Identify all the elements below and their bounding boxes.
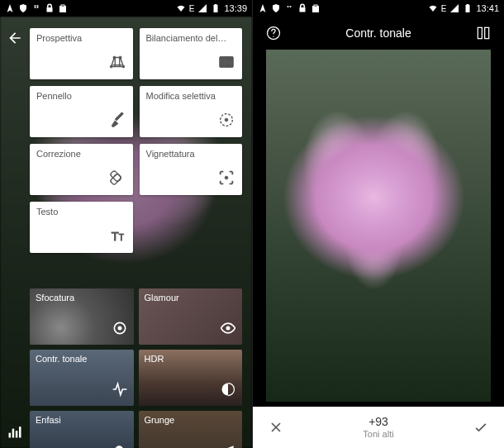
svg-point-0	[110, 65, 112, 68]
signal-icon	[197, 3, 207, 13]
clock: 13:39	[224, 3, 247, 13]
battery-icon	[211, 3, 221, 13]
help-button[interactable]	[261, 25, 286, 41]
perspective-icon	[108, 53, 126, 74]
clipboard-icon	[58, 3, 68, 13]
svg-text:T: T	[111, 230, 118, 243]
eye-icon	[220, 320, 236, 340]
filter-glamour[interactable]: Glamour	[139, 288, 243, 345]
network-type: E	[441, 4, 447, 13]
svg-point-12	[119, 179, 120, 180]
filter-sfocatura[interactable]: Sfocatura	[30, 288, 134, 345]
shield-icon	[18, 3, 28, 13]
svg-text:T: T	[118, 233, 123, 242]
healing-icon	[108, 169, 126, 190]
status-bar: E 13:39	[0, 0, 252, 17]
tool-label: Testo	[36, 207, 126, 217]
tool-correzione[interactable]: Correzione	[30, 144, 133, 195]
editor-header: Contr. tonale	[253, 17, 504, 50]
histogram-button[interactable]	[7, 423, 23, 443]
tool-label: Pennello	[36, 91, 126, 101]
editor-title: Contr. tonale	[286, 26, 471, 40]
shield-icon	[271, 3, 281, 13]
lock-icon	[297, 3, 307, 13]
svg-rect-24	[478, 27, 482, 38]
hdr-icon	[220, 381, 236, 401]
tool-label: Correzione	[36, 149, 126, 159]
parameter-display[interactable]: +93 Toni alti	[289, 415, 468, 440]
location-icon	[258, 3, 268, 13]
tool-pennello[interactable]: Pennello	[30, 86, 133, 137]
svg-point-2	[112, 56, 115, 59]
svg-point-18	[226, 326, 231, 331]
filter-label: Glamour	[145, 293, 179, 303]
wifi-icon	[176, 3, 186, 13]
text-icon: TT	[108, 226, 126, 248]
filter-enfasi[interactable]: Enfasi	[30, 411, 134, 448]
screen-editor: E 13:41 Contr. tonale +93 Toni alti	[252, 0, 504, 448]
svg-point-13	[225, 176, 228, 179]
brush-icon	[108, 111, 126, 132]
clock: 13:41	[476, 3, 499, 13]
wifi-icon	[428, 3, 438, 13]
cancel-button[interactable]	[263, 419, 289, 436]
photo-content	[266, 50, 491, 402]
clipboard-icon	[311, 3, 321, 13]
filter-label: Enfasi	[36, 415, 61, 425]
tool-label: Bilanciamento del…	[146, 33, 236, 43]
tool-prospettiva[interactable]: Prospettiva	[30, 28, 133, 79]
cloud-icon	[112, 442, 128, 448]
network-type: E	[189, 4, 195, 13]
dropbox-icon	[284, 3, 294, 13]
pulse-icon	[112, 381, 128, 401]
selective-icon	[217, 111, 235, 132]
tool-bilanciamento[interactable]: Bilanciamento del… WB	[140, 28, 243, 79]
lock-icon	[45, 3, 55, 13]
status-bar: E 13:41	[253, 0, 504, 17]
tool-label: Modifica selettiva	[146, 91, 236, 101]
svg-rect-21	[16, 431, 18, 437]
photo-canvas[interactable]	[266, 50, 491, 402]
megaphone-icon	[220, 442, 236, 448]
white-balance-icon: WB	[217, 53, 235, 74]
svg-rect-20	[12, 429, 15, 438]
parameter-value: +93	[289, 415, 468, 429]
editor-bottom-bar: +93 Toni alti	[253, 407, 504, 448]
tool-selettiva[interactable]: Modifica selettiva	[140, 86, 243, 137]
svg-rect-22	[19, 427, 21, 437]
svg-rect-19	[9, 433, 12, 438]
filter-hdr[interactable]: HDR	[139, 350, 243, 406]
filter-grid: Sfocatura Glamour Contr. tonale HDR Enfa	[0, 288, 252, 448]
svg-rect-25	[485, 27, 489, 38]
parameter-name: Toni alti	[289, 429, 468, 440]
tool-label: Vignettatura	[146, 149, 236, 159]
tool-testo[interactable]: Testo TT	[30, 202, 133, 253]
svg-point-1	[121, 65, 124, 68]
filter-label: Grunge	[145, 415, 175, 425]
tool-vignettatura[interactable]: Vignettatura	[140, 144, 243, 195]
svg-point-3	[119, 56, 121, 59]
compare-button[interactable]	[471, 25, 496, 41]
svg-point-8	[225, 118, 228, 122]
svg-text:B: B	[228, 60, 231, 66]
signal-icon	[449, 3, 459, 13]
filter-contr-tonale[interactable]: Contr. tonale	[30, 350, 134, 406]
tool-grid: Prospettiva Bilanciamento del… WB Pennel…	[0, 28, 252, 253]
target-icon	[112, 320, 128, 340]
filter-label: Contr. tonale	[36, 354, 87, 364]
filter-grunge[interactable]: Grunge	[139, 411, 243, 448]
filter-label: Sfocatura	[36, 293, 74, 303]
tool-label: Prospettiva	[36, 33, 126, 43]
filter-label: HDR	[145, 354, 164, 364]
svg-point-17	[117, 326, 121, 331]
vignette-icon	[217, 169, 235, 190]
dropbox-icon	[31, 3, 41, 13]
apply-button[interactable]	[468, 419, 494, 436]
svg-point-11	[114, 175, 115, 176]
location-icon	[5, 3, 15, 13]
screen-tools-filters: E 13:39 Prospettiva Bilanciamento del… W…	[0, 0, 252, 448]
battery-icon	[463, 3, 473, 13]
